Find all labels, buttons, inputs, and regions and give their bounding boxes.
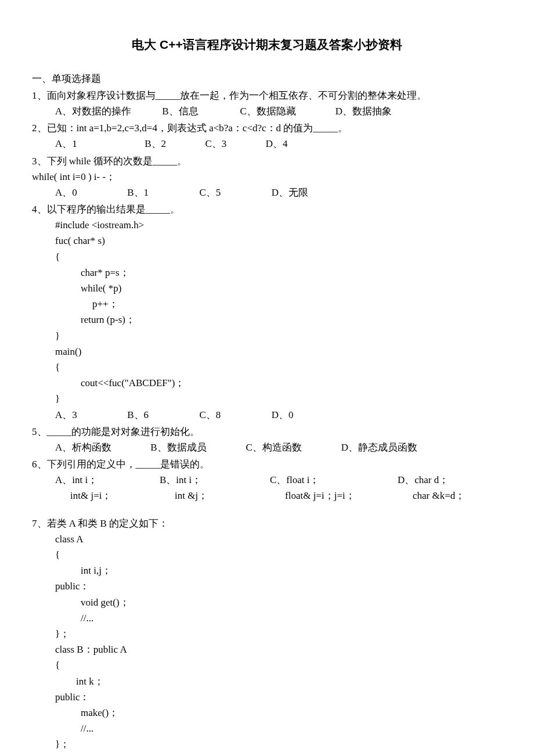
code-block: class A { int i,j； public： void get()； /…	[32, 531, 502, 756]
option-a: A、0	[55, 185, 125, 200]
code-line: }；	[55, 736, 502, 752]
question-7: 7、若类 A 和类 B 的定义如下： class A { int i,j； pu…	[32, 516, 502, 756]
code-line: make()；	[55, 705, 502, 721]
code-line: while( int i=0 ) i- -；	[32, 169, 502, 185]
code-line: char* p=s；	[55, 265, 502, 280]
option-a-line1: A、int i；	[55, 472, 136, 488]
code-block: #include <iostream.h> fuc( char* s) { ch…	[32, 217, 502, 406]
code-line: }	[55, 391, 502, 406]
option-a: A、析构函数	[55, 440, 148, 455]
option-a: A、对数据的操作	[55, 103, 160, 119]
code-line: int i,j；	[55, 563, 502, 578]
code-line: public：	[55, 689, 502, 705]
option-b-line2: int &j；	[160, 488, 247, 503]
option-a: A、3	[55, 407, 125, 423]
option-b: B、信息	[162, 103, 237, 119]
question-text: 7、若类 A 和类 B 的定义如下：	[32, 516, 502, 531]
code-line: int k；	[55, 674, 502, 689]
option-d-line2: char &k=d；	[398, 488, 465, 503]
question-2: 2、已知：int a=1,b=2,c=3,d=4，则表达式 a<b?a：c<d?…	[32, 120, 502, 152]
option-a-line2: int& j=i；	[55, 488, 136, 503]
code-line: while( *p)	[55, 280, 502, 296]
question-6: 6、下列引用的定义中，_____是错误的。 A、int i； int& j=i；…	[32, 456, 502, 504]
option-c: C、3	[205, 136, 264, 152]
code-line: {	[55, 547, 502, 563]
option-c: C、8	[200, 407, 269, 423]
option-b: B、1	[127, 185, 197, 200]
code-line: fuc( char* s)	[55, 233, 502, 249]
option-b: B、2	[145, 136, 203, 152]
code-line: public：	[55, 578, 502, 594]
option-b: B、6	[127, 407, 197, 423]
question-text: 2、已知：int a=1,b=2,c=3,d=4，则表达式 a<b?a：c<d?…	[32, 120, 502, 136]
question-4: 4、以下程序的输出结果是_____。 #include <iostream.h>…	[32, 201, 502, 423]
option-d: D、数据抽象	[335, 103, 423, 119]
option-c: C、5	[200, 185, 269, 200]
option-b: B、数据成员	[150, 440, 243, 455]
code-line: {	[55, 359, 502, 375]
code-line: {	[55, 249, 502, 265]
code-line: //...	[55, 721, 502, 736]
code-line: return (p-s)；	[55, 312, 502, 327]
question-1: 1、面向对象程序设计数据与_____放在一起，作为一个相互依存、不可分割的整体来…	[32, 88, 502, 119]
code-line: main()	[55, 344, 502, 359]
question-text: 6、下列引用的定义中，_____是错误的。	[32, 456, 502, 472]
question-5: 5、_____的功能是对对象进行初始化。 A、析构函数 B、数据成员 C、构造函…	[32, 424, 502, 455]
option-c-line2: float& j=i；j=i；	[270, 488, 374, 503]
question-text: 1、面向对象程序设计数据与_____放在一起，作为一个相互依存、不可分割的整体来…	[32, 88, 502, 103]
option-d: D、无限	[272, 185, 359, 200]
code-line: }；	[55, 626, 502, 642]
code-line: {	[55, 657, 502, 673]
option-d-line1: D、char d；	[398, 472, 465, 488]
option-c: C、数据隐藏	[240, 103, 333, 119]
code-line: //...	[55, 610, 502, 626]
option-d: D、0	[272, 407, 359, 423]
code-line: void get()；	[55, 595, 502, 610]
option-b-line1: B、int i；	[160, 472, 247, 488]
code-line: p++；	[55, 296, 502, 312]
code-line: }	[55, 328, 502, 344]
code-line: void B::make()	[55, 752, 502, 756]
option-c: C、构造函数	[246, 440, 339, 455]
section-heading: 一、单项选择题	[32, 71, 502, 87]
code-line: class A	[55, 531, 502, 547]
page-title: 电大 C++语言程序设计期末复习题及答案小抄资料	[32, 35, 502, 55]
question-3: 3、下列 while 循环的次数是_____。 while( int i=0 )…	[32, 153, 502, 201]
option-c-line1: C、float i；	[270, 472, 374, 488]
code-line: class B：public A	[55, 642, 502, 657]
option-a: A、1	[55, 136, 142, 152]
option-d: D、4	[266, 136, 353, 152]
code-line: cout<<fuc("ABCDEF")；	[55, 375, 502, 391]
question-text: 3、下列 while 循环的次数是_____。	[32, 153, 502, 169]
code-line: #include <iostream.h>	[55, 217, 502, 233]
option-d: D、静态成员函数	[341, 440, 428, 455]
question-text: 4、以下程序的输出结果是_____。	[32, 201, 502, 217]
question-text: 5、_____的功能是对对象进行初始化。	[32, 424, 502, 440]
